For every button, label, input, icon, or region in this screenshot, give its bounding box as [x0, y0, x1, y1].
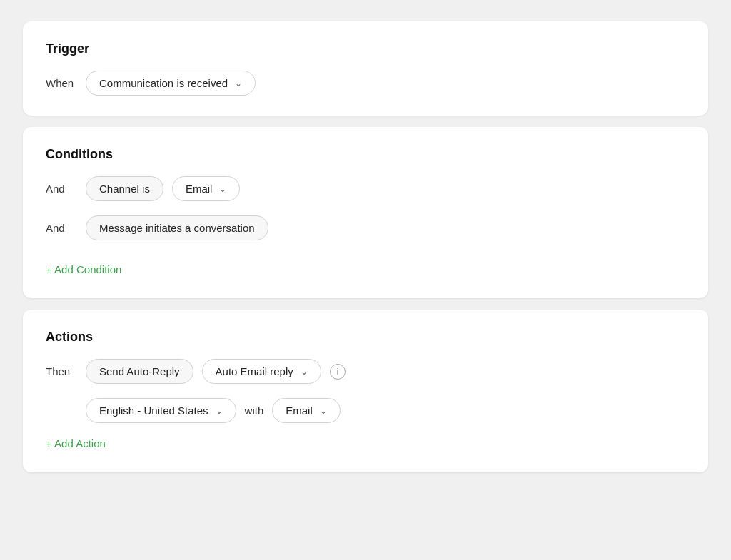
add-action-button[interactable]: + Add Action — [46, 434, 106, 452]
conditions-card: Conditions And Channel is Email ⌄ And Me… — [23, 127, 708, 298]
trigger-title: Trigger — [46, 41, 685, 56]
action-type-label: Send Auto-Reply — [99, 365, 180, 377]
channel-dropdown[interactable]: Email ⌄ — [272, 398, 341, 423]
condition-2-connector: And — [46, 222, 77, 234]
condition-1-button-label: Channel is — [99, 183, 150, 195]
conditions-title: Conditions — [46, 147, 685, 162]
language-chevron-icon: ⌄ — [216, 406, 223, 416]
language-dropdown-value: English - United States — [99, 404, 208, 417]
add-condition-label: + Add Condition — [46, 263, 121, 275]
trigger-row: When Communication is received ⌄ — [46, 71, 685, 96]
condition-2-button[interactable]: Message initiates a conversation — [86, 215, 268, 240]
condition-1-connector: And — [46, 183, 77, 195]
actions-card: Actions Then Send Auto-Reply Auto Email … — [23, 310, 708, 472]
actions-main-row: Then Send Auto-Reply Auto Email reply ⌄ … — [46, 359, 685, 384]
action-dropdown-value: Auto Email reply — [216, 365, 293, 377]
condition-1-button[interactable]: Channel is — [86, 176, 163, 201]
then-label: Then — [46, 365, 77, 377]
info-icon[interactable]: i — [330, 364, 346, 380]
trigger-dropdown[interactable]: Communication is received ⌄ — [86, 71, 256, 96]
page-container: Trigger When Communication is received ⌄… — [23, 21, 708, 472]
when-label: When — [46, 77, 77, 89]
actions-title: Actions — [46, 330, 685, 345]
condition-2-button-label: Message initiates a conversation — [99, 222, 255, 234]
add-condition-button[interactable]: + Add Condition — [46, 260, 121, 278]
trigger-dropdown-value: Communication is received — [99, 77, 228, 89]
condition-1-chevron-icon: ⌄ — [219, 184, 226, 194]
action-type-button[interactable]: Send Auto-Reply — [86, 359, 193, 384]
condition-1-dropdown-value: Email — [186, 183, 213, 195]
with-label: with — [245, 404, 264, 417]
trigger-card: Trigger When Communication is received ⌄ — [23, 21, 708, 116]
add-action-label: + Add Action — [46, 437, 106, 449]
channel-chevron-icon: ⌄ — [320, 406, 327, 416]
action-dropdown[interactable]: Auto Email reply ⌄ — [202, 359, 321, 384]
channel-dropdown-value: Email — [286, 404, 313, 417]
action-chevron-icon: ⌄ — [301, 367, 308, 377]
actions-sub-row: English - United States ⌄ with Email ⌄ — [86, 398, 685, 423]
condition-row-2: And Message initiates a conversation — [46, 215, 685, 240]
language-dropdown[interactable]: English - United States ⌄ — [86, 398, 236, 423]
condition-1-dropdown[interactable]: Email ⌄ — [172, 176, 241, 201]
condition-row-1: And Channel is Email ⌄ — [46, 176, 685, 201]
trigger-chevron-icon: ⌄ — [235, 78, 242, 88]
